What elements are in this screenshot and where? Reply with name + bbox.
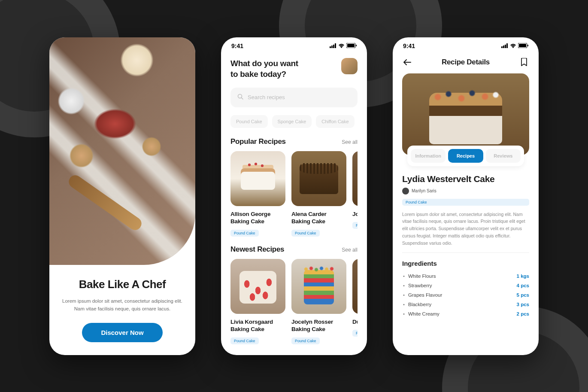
svg-rect-9	[501, 46, 503, 48]
status-time: 9:41	[231, 43, 243, 49]
recipe-tag: Pound Cake	[230, 230, 259, 237]
recipe-card[interactable]: Dulc Pound Cake	[352, 259, 358, 344]
back-button[interactable]	[402, 57, 412, 67]
ingredient-item: Blackberry3 pcs	[402, 300, 529, 309]
ingredient-item: White Creamy2 pcs	[402, 309, 529, 319]
recipe-card[interactable]: Allison George Baking Cake Pound Cake	[230, 151, 285, 237]
search-icon	[237, 94, 243, 101]
recipe-tag: Pound Cake	[352, 222, 358, 229]
recipe-title: Allison George Baking Cake	[230, 210, 285, 225]
detail-tag: Pound Cake	[402, 199, 529, 206]
recipe-tag: Pound Cake	[291, 230, 320, 237]
discover-button[interactable]: Discover Now	[82, 323, 162, 342]
svg-rect-6	[356, 45, 357, 46]
recipe-title: Jocelyn Rosser Baking Cake	[291, 318, 346, 333]
recipe-image	[291, 151, 346, 206]
svg-rect-12	[506, 43, 508, 48]
home-heading: What do you wantto bake today?	[230, 58, 298, 80]
newest-see-all[interactable]: See all	[342, 247, 358, 253]
recipe-title: Alena Carder Baking Cake	[291, 210, 346, 225]
recipe-card[interactable]: Livia Korsgaard Baking Cake Pound Cake	[230, 259, 285, 344]
recipe-image	[352, 259, 358, 314]
newest-list[interactable]: Livia Korsgaard Baking Cake Pound Cake J…	[230, 259, 358, 344]
wifi-icon	[338, 43, 345, 49]
ingredients-title: Ingredients	[402, 260, 529, 267]
svg-rect-3	[335, 43, 336, 48]
detail-hero-image	[402, 73, 529, 155]
recipe-card[interactable]: Jordy Bakin Pound Cake	[352, 151, 358, 237]
recipe-title: Jordy Bakin	[352, 210, 358, 218]
status-icons	[501, 43, 528, 49]
svg-line-8	[242, 97, 243, 99]
battery-icon	[518, 43, 528, 49]
tab-reviews[interactable]: Reviews	[486, 149, 521, 163]
popular-title: Popular Recipes	[230, 137, 286, 146]
chip-sponge-cake[interactable]: Sponge Cake	[272, 115, 312, 128]
hero-image	[49, 37, 195, 265]
detail-screen: 9:41 Recipe Details Information Recipes …	[393, 37, 539, 355]
chip-chiffon-cake[interactable]: Chiffon Cake	[316, 115, 354, 128]
detail-tabs: Information Recipes Reviews	[407, 146, 524, 166]
battery-icon	[346, 43, 357, 49]
onboarding-desc: Lorem ipsum dolor sit amet, consectetur …	[61, 297, 183, 313]
newest-title: Newest Recipes	[230, 245, 284, 254]
recipe-title: Dulc	[352, 318, 358, 326]
recipe-image	[352, 151, 358, 206]
svg-rect-1	[331, 46, 333, 48]
svg-rect-14	[519, 44, 526, 47]
svg-rect-15	[527, 45, 528, 46]
recipe-title: Livia Korsgaard Baking Cake	[230, 318, 285, 333]
page-title: Recipe Details	[442, 58, 490, 67]
profile-avatar[interactable]	[341, 58, 358, 74]
svg-rect-11	[505, 45, 506, 48]
wifi-icon	[510, 43, 516, 49]
home-screen: 9:41 What do you wantto bake today? Sear…	[221, 37, 367, 355]
signal-icon	[501, 43, 508, 49]
status-bar: 9:41	[393, 37, 539, 51]
status-time: 9:41	[403, 43, 415, 49]
signal-icon	[330, 43, 336, 49]
ingredient-item: White Flours1 kgs	[402, 271, 529, 281]
ingredients-list: White Flours1 kgs Strawberry4 pcs Grapes…	[402, 271, 529, 319]
recipe-tag: Pound Cake	[352, 330, 358, 337]
onboarding-screen: Bake Like A Chef Lorem ipsum dolor sit a…	[49, 37, 195, 355]
tab-information[interactable]: Information	[411, 149, 446, 163]
bookmark-button[interactable]	[519, 57, 529, 67]
author-row[interactable]: Marilyn Saris	[402, 188, 529, 194]
author-name: Marilyn Saris	[412, 188, 436, 193]
detail-title: Lydia Westervelt Cake	[402, 174, 529, 184]
svg-rect-10	[503, 46, 504, 48]
divider	[402, 252, 529, 253]
ingredient-item: Strawberry4 pcs	[402, 281, 529, 290]
status-icons	[330, 43, 357, 49]
popular-list[interactable]: Allison George Baking Cake Pound Cake Al…	[230, 151, 358, 237]
status-bar: 9:41	[221, 37, 367, 51]
detail-desc: Lorem ipsum dolor sit amet, consectetur …	[402, 211, 529, 247]
tab-recipes[interactable]: Recipes	[448, 149, 483, 163]
recipe-card[interactable]: Alena Carder Baking Cake Pound Cake	[291, 151, 346, 237]
search-input[interactable]: Search recipes	[230, 88, 358, 107]
author-avatar	[402, 188, 409, 194]
recipe-image	[291, 259, 346, 314]
recipe-tag: Pound Cake	[230, 337, 259, 344]
recipe-image	[230, 259, 285, 314]
chip-pound-cake[interactable]: Pound Cake	[230, 115, 268, 128]
recipe-card[interactable]: Jocelyn Rosser Baking Cake Pound Cake	[291, 259, 346, 344]
svg-rect-5	[347, 44, 355, 47]
popular-see-all[interactable]: See all	[342, 139, 358, 145]
svg-rect-2	[333, 45, 334, 48]
recipe-tag: Pound Cake	[291, 337, 320, 344]
onboarding-title: Bake Like A Chef	[61, 278, 183, 291]
category-chips: Pound Cake Sponge Cake Chiffon Cake Bisc	[230, 115, 358, 128]
search-placeholder: Search recipes	[248, 94, 285, 100]
ingredient-item: Grapes Flavour5 pcs	[402, 290, 529, 300]
svg-rect-0	[330, 46, 331, 48]
recipe-image	[230, 151, 285, 206]
